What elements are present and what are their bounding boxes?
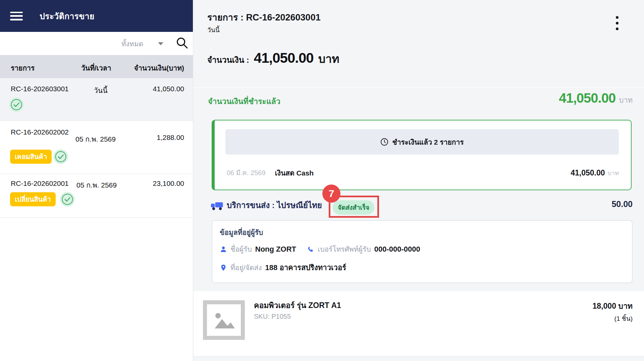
hamburger-menu-icon[interactable] (10, 11, 23, 21)
paid-check-icon (60, 192, 75, 207)
payment-box-header: ชำระเงินแล้ว 2 รายการ (225, 129, 619, 155)
filter-dropdown[interactable]: ทั้งหมด (121, 38, 163, 50)
product-price: 18,000 บาท (593, 300, 633, 312)
kebab-icon (616, 16, 619, 19)
truck-icon (211, 201, 223, 212)
table-row[interactable]: RC-16-202602001 05 ก.พ. 2569 23,100.00 เ… (0, 174, 193, 218)
order-id: RC-16-202603001 (11, 85, 69, 93)
order-total: จำนวนเงิน : 41,050.00 บาท (207, 50, 339, 68)
order-total-value: 41,050.00 (254, 50, 314, 66)
table-header: รายการ วันที่/เวลา จำนวนเงิน(บาท) (0, 55, 193, 78)
paid-amount-currency: บาท (619, 94, 633, 106)
table-row[interactable]: RC-16-202603001 วันนี้ 41,050.00 (0, 78, 193, 121)
person-icon (220, 246, 227, 253)
order-id: RC-16-202602001 (11, 179, 69, 188)
image-placeholder-icon (207, 304, 241, 336)
clock-icon (380, 138, 388, 146)
product-quantity: (1 ชิ้น) (614, 313, 633, 323)
shipping-label: บริการขนส่ง : ไปรษณีย์ไทย (227, 199, 322, 212)
shipping-row: บริการขนส่ง : ไปรษณีย์ไทย จัดส่งสำเร็จ 5… (194, 195, 644, 219)
payment-box-header-text: ชำระเงินแล้ว 2 รายการ (392, 137, 464, 148)
sales-history-sidebar: ประวัติการขาย ทั้งหมด รายการ วันที่/เวลา… (0, 0, 193, 361)
sidebar-filter-bar: ทั้งหมด (0, 32, 193, 55)
payment-amount: 41,050.00 (571, 168, 605, 177)
phone-icon (307, 246, 314, 253)
table-row[interactable]: RC-16-202602002 05 ก.พ. 2569 1,288.00 เค… (0, 121, 193, 174)
status-badge: เคลมสินค้า (10, 150, 52, 164)
recipient-name-label: ชื่อผู้รับ (230, 244, 252, 255)
order-amount: 23,100.00 (153, 179, 184, 188)
chevron-down-icon (158, 42, 163, 45)
order-id: RC-16-202602002 (11, 127, 75, 138)
more-options-button[interactable] (610, 13, 624, 34)
table-header-datetime: วันที่/เวลา (81, 62, 111, 73)
order-detail-panel: รายการ : RC-16-202603001 วันนี้ จำนวนเงิ… (194, 0, 644, 361)
search-icon (175, 46, 189, 51)
payment-date: 06 มี.ค. 2569 (227, 167, 266, 178)
page-title-label: รายการ : (207, 12, 244, 22)
recipient-phone-value: 000-000-0000 (374, 245, 420, 254)
sidebar-title: ประวัติการขาย (40, 9, 95, 23)
sidebar-header: ประวัติการขาย (0, 0, 193, 32)
paid-amount-row: จำนวนเงินที่ชำระแล้ว 41,050.00 บาท (194, 91, 644, 111)
location-pin-icon (220, 264, 227, 271)
recipient-address-card: ข้อมูลที่อยู่ผู้รับ ชื่อผู้รับ Nong ZORT… (212, 220, 633, 283)
product-image-placeholder (203, 300, 245, 340)
payment-box: ชำระเงินแล้ว 2 รายการ 06 มี.ค. 2569 เงิน… (212, 120, 632, 190)
order-total-label: จำนวนเงิน : (207, 53, 249, 66)
order-amount: 1,288.00 (157, 134, 184, 142)
recipient-name-value: Nong ZORT (255, 245, 296, 254)
shipping-fee: 50.00 (611, 199, 633, 209)
order-total-currency: บาท (318, 50, 339, 68)
product-section: คอมพิวเตอร์ รุ่น ZORT A1 SKU: P1055 18,0… (194, 291, 644, 356)
paid-check-icon (53, 149, 68, 164)
payment-currency: บาท (608, 168, 619, 178)
order-date-text: วันนี้ (207, 25, 220, 35)
paid-check-icon (9, 97, 24, 112)
page-title: รายการ : RC-16-202603001 (207, 10, 321, 24)
filter-selected-value: ทั้งหมด (121, 38, 143, 49)
product-sku: SKU: P1055 (254, 313, 291, 320)
paid-amount-label: จำนวนเงินที่ชำระแล้ว (208, 95, 280, 107)
status-badge: เปลี่ยนสินค้า (10, 192, 56, 206)
order-amount: 41,050.00 (153, 85, 184, 93)
order-date: 05 ก.พ. 2569 (76, 179, 117, 191)
product-name: คอมพิวเตอร์ รุ่น ZORT A1 (254, 299, 341, 311)
address-label: ที่อยู่/จัดส่ง (230, 262, 262, 273)
payment-line: 06 มี.ค. 2569 เงินสด Cash 41,050.00 บาท (227, 165, 619, 181)
search-button[interactable] (175, 36, 189, 50)
payment-method: เงินสด Cash (275, 167, 314, 178)
table-header-amount: จำนวนเงิน(บาท) (134, 62, 184, 73)
order-date: วันนี้ (94, 85, 108, 96)
table-header-item: รายการ (11, 62, 35, 73)
bottom-divider (194, 356, 644, 361)
paid-amount-value: 41,050.00 (559, 91, 615, 106)
shipping-status-badge[interactable]: จัดส่งสำเร็จ (333, 200, 374, 215)
order-date: 05 ก.พ. 2569 (75, 134, 116, 145)
section-divider (194, 87, 644, 88)
address-card-title: ข้อมูลที่อยู่ผู้รับ (220, 227, 263, 238)
page-title-order-id: RC-16-202603001 (246, 12, 321, 22)
address-value: 188 อาคารสปริงทาวเวอร์ (265, 262, 346, 273)
recipient-phone-label: เบอร์โทรศัพท์ผู้รับ (318, 244, 371, 255)
annotation-step-badge: 7 (322, 185, 340, 203)
